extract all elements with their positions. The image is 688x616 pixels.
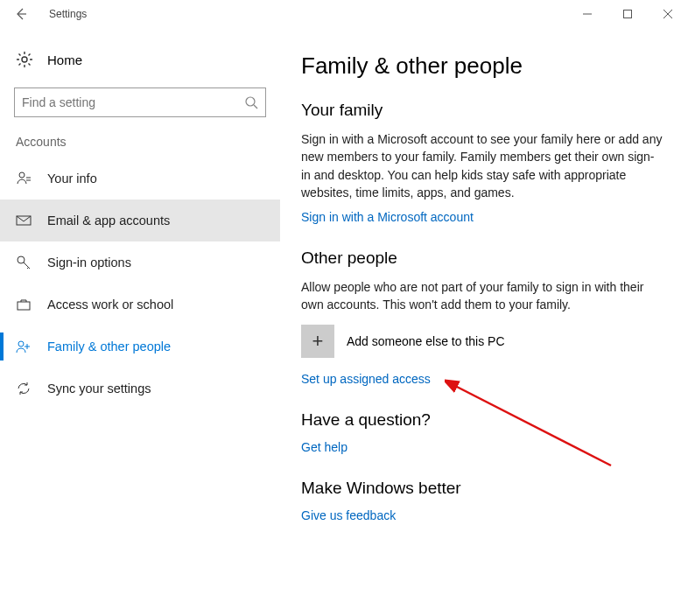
titlebar: Settings: [0, 0, 688, 28]
svg-point-3: [19, 172, 25, 178]
get-help-link[interactable]: Get help: [301, 440, 348, 454]
close-button[interactable]: [648, 0, 688, 28]
sidebar-item-signin-options[interactable]: Sign-in options: [0, 242, 280, 284]
arrow-left-icon: [14, 7, 28, 21]
sidebar: Home Accounts Your info Email & app acco…: [0, 28, 280, 616]
search-input[interactable]: [22, 95, 244, 109]
svg-point-1: [22, 57, 27, 62]
maximize-button[interactable]: [607, 0, 648, 28]
home-button[interactable]: Home: [0, 38, 280, 80]
gear-icon: [16, 51, 33, 68]
add-someone-button[interactable]: + Add someone else to this PC: [301, 325, 663, 358]
page-title: Family & other people: [301, 52, 663, 80]
section-other-people-title: Other people: [301, 248, 663, 268]
svg-point-5: [18, 256, 25, 263]
svg-point-7: [18, 341, 24, 346]
assigned-access-link[interactable]: Set up assigned access: [301, 372, 431, 386]
sidebar-item-label: Sign-in options: [47, 256, 131, 270]
section-your-family-title: Your family: [301, 101, 663, 120]
close-icon: [663, 10, 672, 18]
search-box[interactable]: [14, 88, 266, 117]
window-title: Settings: [49, 8, 87, 20]
sidebar-item-label: Email & app accounts: [47, 214, 170, 228]
search-icon: [244, 95, 258, 109]
maximize-icon: [623, 10, 632, 18]
sidebar-item-label: Your info: [47, 172, 97, 186]
give-feedback-link[interactable]: Give us feedback: [301, 508, 396, 522]
sidebar-item-label: Access work or school: [47, 298, 173, 312]
sidebar-item-family-other[interactable]: Family & other people: [0, 326, 280, 368]
signin-microsoft-link[interactable]: Sign in with a Microsoft account: [301, 210, 474, 224]
person-icon: [16, 171, 32, 186]
sync-icon: [16, 381, 32, 396]
sidebar-item-sync-settings[interactable]: Sync your settings: [0, 368, 280, 410]
home-label: Home: [47, 52, 82, 67]
people-icon: [16, 339, 32, 354]
sidebar-group-label: Accounts: [0, 135, 280, 149]
mail-icon: [16, 213, 32, 228]
minimize-icon: [583, 10, 592, 18]
key-icon: [16, 255, 32, 270]
plus-icon: +: [301, 325, 334, 358]
sidebar-item-label: Family & other people: [47, 340, 171, 354]
back-button[interactable]: [7, 0, 35, 28]
sidebar-item-label: Sync your settings: [47, 382, 151, 396]
svg-rect-6: [18, 302, 30, 310]
add-someone-label: Add someone else to this PC: [347, 334, 505, 348]
svg-point-2: [246, 97, 255, 106]
minimize-button[interactable]: [567, 0, 607, 28]
sidebar-item-email-accounts[interactable]: Email & app accounts: [0, 200, 280, 242]
window-controls: [567, 0, 688, 28]
other-people-description: Allow people who are not part of your fa…: [301, 278, 663, 314]
sidebar-item-access-work[interactable]: Access work or school: [0, 284, 280, 326]
sidebar-item-your-info[interactable]: Your info: [0, 158, 280, 200]
svg-rect-0: [624, 10, 632, 18]
section-question-title: Have a question?: [301, 410, 663, 430]
briefcase-icon: [16, 297, 32, 312]
your-family-description: Sign in with a Microsoft account to see …: [301, 130, 663, 201]
section-feedback-title: Make Windows better: [301, 479, 663, 498]
main-content: Family & other people Your family Sign i…: [280, 28, 688, 616]
